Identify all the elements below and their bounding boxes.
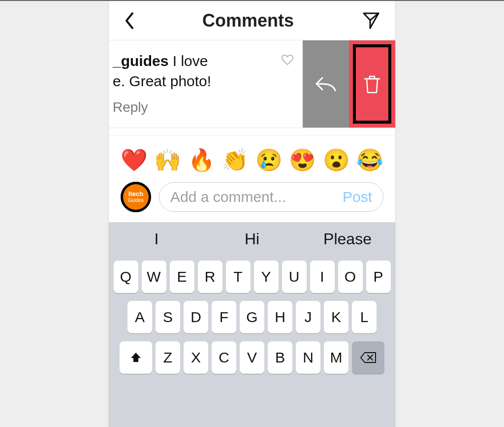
- key-i[interactable]: I: [310, 261, 335, 293]
- reply-arrow-icon: [315, 74, 337, 94]
- page-title: Comments: [202, 10, 294, 31]
- reply-link[interactable]: Reply: [113, 98, 275, 117]
- suggestion-bar: I Hi Please: [109, 222, 395, 257]
- chevron-left-icon: [124, 11, 134, 30]
- emoji-bar: ❤️ 🙌 🔥 👏 😢 😍 😮 😂: [109, 135, 395, 175]
- key-row-1: Q W E R T Y U I O P: [109, 257, 395, 297]
- key-w[interactable]: W: [142, 261, 166, 293]
- key-row-2: A S D F G H J K L: [109, 297, 395, 337]
- emoji-clap[interactable]: 👏: [221, 149, 249, 171]
- emoji-joy[interactable]: 😂: [356, 149, 383, 171]
- trash-icon: [363, 73, 381, 95]
- key-o[interactable]: O: [338, 261, 363, 293]
- phone-frame: Comments _guides I love e. Great photo! …: [108, 1, 396, 427]
- key-n[interactable]: N: [296, 341, 320, 374]
- backspace-key[interactable]: [352, 341, 384, 374]
- key-q[interactable]: Q: [114, 261, 138, 293]
- comment-body[interactable]: _guides I love e. Great photo! Reply: [109, 40, 303, 128]
- paper-plane-icon: [362, 11, 380, 30]
- key-d[interactable]: D: [184, 301, 208, 333]
- suggestion-1[interactable]: I: [109, 230, 204, 248]
- key-v[interactable]: V: [240, 341, 264, 374]
- key-g[interactable]: G: [240, 301, 264, 333]
- key-row-3: Z X C V B N M: [109, 337, 395, 378]
- comment-username: _guides: [113, 53, 168, 69]
- key-z[interactable]: Z: [156, 341, 180, 374]
- key-k[interactable]: K: [324, 301, 348, 333]
- swipe-delete-button[interactable]: [349, 40, 395, 128]
- emoji-raised-hands[interactable]: 🙌: [154, 149, 181, 171]
- key-f[interactable]: F: [212, 301, 236, 333]
- heart-outline-icon: [281, 54, 294, 66]
- key-u[interactable]: U: [282, 261, 307, 293]
- compose-row: Itech Guides Add a comment... Post: [109, 175, 395, 222]
- comment-text: _guides I love e. Great photo! Reply: [113, 51, 275, 117]
- key-s[interactable]: S: [156, 301, 180, 333]
- comment-input[interactable]: Add a comment...: [170, 189, 338, 205]
- key-y[interactable]: Y: [254, 261, 279, 293]
- emoji-surprised[interactable]: 😮: [323, 149, 350, 171]
- emoji-heart[interactable]: ❤️: [121, 149, 148, 171]
- emoji-cry[interactable]: 😢: [255, 149, 283, 171]
- post-button[interactable]: Post: [343, 189, 372, 205]
- emoji-fire[interactable]: 🔥: [188, 149, 215, 171]
- backspace-icon: [360, 352, 377, 363]
- suggestion-2[interactable]: Hi: [204, 230, 300, 248]
- key-p[interactable]: P: [366, 261, 391, 293]
- key-j[interactable]: J: [296, 301, 320, 333]
- key-r[interactable]: R: [198, 261, 222, 293]
- header-bar: Comments: [109, 1, 395, 40]
- shift-key[interactable]: [120, 341, 152, 374]
- emoji-heart-eyes[interactable]: 😍: [289, 149, 316, 171]
- key-x[interactable]: X: [184, 341, 208, 374]
- key-l[interactable]: L: [352, 301, 377, 333]
- key-e[interactable]: E: [170, 261, 194, 293]
- comment-row-swiped: _guides I love e. Great photo! Reply: [109, 40, 395, 128]
- key-m[interactable]: M: [324, 341, 348, 374]
- keyboard: I Hi Please Q W E R T Y U I O P A S D F …: [109, 222, 395, 427]
- key-b[interactable]: B: [268, 341, 292, 374]
- key-h[interactable]: H: [268, 301, 292, 333]
- key-t[interactable]: T: [226, 261, 251, 293]
- key-a[interactable]: A: [127, 301, 152, 333]
- avatar-label: Itech Guides: [123, 184, 149, 210]
- like-button[interactable]: [281, 54, 294, 66]
- avatar[interactable]: Itech Guides: [121, 182, 151, 212]
- key-c[interactable]: C: [212, 341, 236, 374]
- svg-line-2: [370, 13, 378, 28]
- swipe-reply-button[interactable]: [303, 40, 349, 128]
- shift-icon: [129, 351, 142, 364]
- suggestion-3[interactable]: Please: [300, 230, 395, 248]
- comment-input-pill[interactable]: Add a comment... Post: [159, 182, 383, 212]
- share-button[interactable]: [362, 11, 380, 30]
- back-button[interactable]: [124, 11, 134, 30]
